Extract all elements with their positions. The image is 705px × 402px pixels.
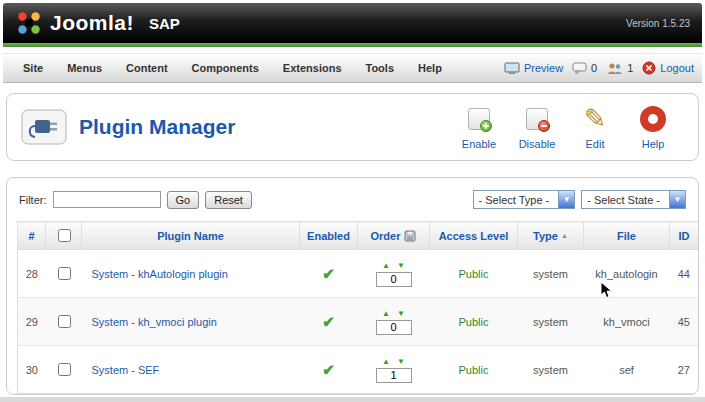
messages-indicator[interactable]: 0 <box>572 62 597 75</box>
plugin-name-cell: System - SEF <box>82 346 300 394</box>
help-button[interactable]: Help <box>626 104 680 150</box>
table-row: 29 System - kh_vmoci plugin ✔ ▲ ▼ <box>18 298 699 346</box>
logout-icon <box>642 61 656 75</box>
disable-button[interactable]: Disable <box>510 104 564 150</box>
row-checkbox-cell <box>46 298 82 346</box>
edit-label: Edit <box>586 138 605 150</box>
header-type[interactable]: Type▲ <box>518 222 584 250</box>
select-state-dropdown[interactable]: - Select State - ▼ <box>581 190 686 209</box>
order-cell: ▲ ▼ <box>358 250 430 298</box>
select-all-checkbox[interactable] <box>58 229 71 242</box>
sort-asc-icon: ▲ <box>561 232 568 239</box>
order-down-icon[interactable]: ▼ <box>397 357 405 366</box>
enabled-check-icon[interactable]: ✔ <box>322 265 335 282</box>
disable-icon <box>522 104 552 134</box>
menu-item-site[interactable]: Site <box>11 57 55 79</box>
go-button[interactable]: Go <box>167 191 200 209</box>
row-checkbox[interactable] <box>58 267 71 280</box>
plugin-name-link[interactable]: System - kh_vmoci plugin <box>92 316 217 328</box>
row-checkbox-cell <box>46 250 82 298</box>
filter-input[interactable] <box>53 191 161 208</box>
order-input[interactable] <box>376 368 412 383</box>
plugin-name-link[interactable]: System - khAutologin plugin <box>92 268 228 280</box>
menubar: Site Menus Content Components Extensions… <box>3 53 702 83</box>
dropdown-arrow-icon: ▼ <box>669 191 685 208</box>
users-indicator[interactable]: 1 <box>606 62 633 75</box>
menu-item-help[interactable]: Help <box>406 57 454 79</box>
type-cell: system <box>518 298 584 346</box>
order-down-icon[interactable]: ▼ <box>397 309 405 318</box>
access-level-cell: Public <box>430 298 518 346</box>
file-cell: kh_vmoci <box>584 298 670 346</box>
table-header-row: # Plugin Name Enabled Order Access Level… <box>18 222 699 250</box>
row-number: 28 <box>18 250 46 298</box>
id-cell: 27 <box>670 346 699 394</box>
select-type-dropdown[interactable]: - Select Type - ▼ <box>473 190 576 209</box>
save-order-icon[interactable] <box>404 230 416 242</box>
table-row: 28 System - khAutologin plugin ✔ ▲ ▼ <box>18 250 699 298</box>
id-cell: 44 <box>670 250 699 298</box>
site-name: SAP <box>149 15 180 32</box>
green-stripe <box>3 43 702 47</box>
plugin-table: # Plugin Name Enabled Order Access Level… <box>17 221 699 394</box>
filter-bar: Filter: Go Reset - Select Type - ▼ - Sel… <box>17 190 688 209</box>
menu-item-content[interactable]: Content <box>114 57 180 79</box>
file-cell: kh_autologin <box>584 250 670 298</box>
dropdown-arrow-icon: ▼ <box>558 191 574 208</box>
row-checkbox[interactable] <box>58 363 71 376</box>
help-lifebuoy-icon <box>638 104 668 134</box>
order-cell: ▲ ▼ <box>358 346 430 394</box>
plugin-manager-icon <box>21 109 67 145</box>
menu-item-menus[interactable]: Menus <box>55 57 114 79</box>
brand-wordmark: Joomla! <box>50 11 134 35</box>
topbar: Joomla! SAP Version 1.5.23 <box>3 3 702 43</box>
header-num: # <box>18 222 46 250</box>
page-title: Plugin Manager <box>79 115 235 139</box>
logout-label: Logout <box>660 62 694 74</box>
version-label: Version 1.5.23 <box>626 18 690 29</box>
filter-label: Filter: <box>19 194 47 206</box>
window-bottom-edge <box>0 397 705 402</box>
file-cell: sef <box>584 346 670 394</box>
logout-link[interactable]: Logout <box>642 61 694 75</box>
menubar-status: Preview 0 1 <box>504 61 694 75</box>
edit-button[interactable]: ✎ Edit <box>568 104 622 150</box>
row-checkbox[interactable] <box>58 315 71 328</box>
disable-label: Disable <box>519 138 556 150</box>
plugin-list-panel: Filter: Go Reset - Select Type - ▼ - Sel… <box>6 177 699 395</box>
enable-button[interactable]: Enable <box>452 104 506 150</box>
users-count: 1 <box>627 62 633 74</box>
enabled-check-icon[interactable]: ✔ <box>322 361 335 378</box>
menu-item-tools[interactable]: Tools <box>354 57 407 79</box>
header-file[interactable]: File <box>584 222 670 250</box>
enabled-cell: ✔ <box>300 298 358 346</box>
header-plugin-name[interactable]: Plugin Name <box>82 222 300 250</box>
message-bubble-icon <box>572 62 587 75</box>
messages-count: 0 <box>591 62 597 74</box>
reset-button[interactable]: Reset <box>205 191 252 209</box>
menu-item-extensions[interactable]: Extensions <box>271 57 354 79</box>
page: Joomla! SAP Version 1.5.23 Site Menus Co… <box>0 0 705 402</box>
plugin-name-link[interactable]: System - SEF <box>92 364 160 376</box>
header-id[interactable]: ID <box>670 222 699 250</box>
header-order[interactable]: Order <box>358 222 430 250</box>
page-header: Plugin Manager Enable Disable ✎ Edit Hel… <box>6 93 699 161</box>
header-enabled[interactable]: Enabled <box>300 222 358 250</box>
row-checkbox-cell <box>46 346 82 394</box>
main-menu: Site Menus Content Components Extensions… <box>11 57 454 79</box>
order-up-icon[interactable]: ▲ <box>382 309 390 318</box>
type-cell: system <box>518 250 584 298</box>
edit-pencil-icon: ✎ <box>580 104 610 134</box>
enabled-check-icon[interactable]: ✔ <box>322 313 335 330</box>
order-down-icon[interactable]: ▼ <box>397 261 405 270</box>
order-up-icon[interactable]: ▲ <box>382 357 390 366</box>
preview-link[interactable]: Preview <box>504 62 563 75</box>
help-label: Help <box>642 138 665 150</box>
order-cell: ▲ ▼ <box>358 298 430 346</box>
menu-item-components[interactable]: Components <box>180 57 271 79</box>
brand: Joomla! SAP <box>15 9 180 37</box>
header-access-level[interactable]: Access Level <box>430 222 518 250</box>
order-input[interactable] <box>376 320 412 335</box>
order-up-icon[interactable]: ▲ <box>382 261 390 270</box>
order-input[interactable] <box>376 272 412 287</box>
